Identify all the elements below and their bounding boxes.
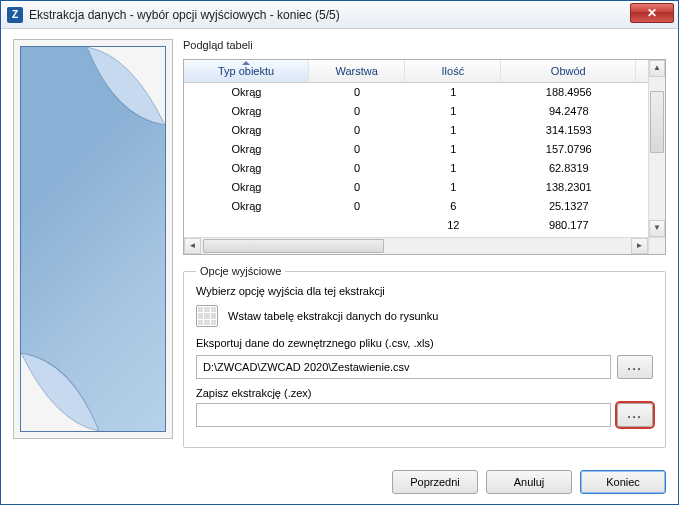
previous-button[interactable]: Poprzedni	[392, 470, 478, 494]
table-cell: Okrąg	[184, 102, 309, 121]
col-header-layer[interactable]: Warstwa	[309, 60, 405, 82]
insert-table-icon[interactable]	[196, 305, 218, 327]
table-cell: 94.2478	[501, 102, 636, 121]
export-path-input[interactable]	[196, 355, 611, 379]
scroll-right-icon[interactable]: ►	[631, 238, 648, 254]
vertical-scrollbar[interactable]: ▲ ▼	[648, 60, 665, 237]
page-fold-bottom-icon	[21, 353, 99, 431]
col-header-count[interactable]: Ilość	[405, 60, 501, 82]
table-cell: 12	[405, 216, 501, 235]
table-header: Typ obiektu Warstwa Ilość Obwód	[184, 60, 665, 83]
close-button[interactable]: ✕	[630, 3, 674, 23]
table-row[interactable]: Okrąg01157.0796	[184, 140, 665, 159]
table-cell: Okrąg	[184, 140, 309, 159]
table-cell: 62.8319	[501, 159, 636, 178]
table-cell: 1	[405, 83, 501, 102]
table-cell: Okrąg	[184, 83, 309, 102]
finish-button[interactable]: Koniec	[580, 470, 666, 494]
zex-path-row: ...	[196, 403, 653, 427]
table-cell: 0	[309, 102, 405, 121]
scroll-down-icon[interactable]: ▼	[649, 220, 665, 237]
table-cell: 1	[405, 140, 501, 159]
table-cell: 1	[405, 102, 501, 121]
preview-image	[20, 46, 166, 432]
choose-output-label: Wybierz opcję wyjścia dla tej ekstrakcji	[196, 285, 653, 297]
table-cell: 1	[405, 178, 501, 197]
table-row[interactable]: 12980.177	[184, 216, 665, 235]
app-icon: Z	[7, 7, 23, 23]
insert-table-label: Wstaw tabelę ekstrakcji danych do rysunk…	[228, 310, 438, 322]
table-cell: 314.1593	[501, 121, 636, 140]
table-caption: Podgląd tabeli	[183, 39, 666, 51]
table-cell: Okrąg	[184, 159, 309, 178]
table-cell: 0	[309, 121, 405, 140]
zex-browse-button[interactable]: ...	[617, 403, 653, 427]
table-cell: Okrąg	[184, 197, 309, 216]
export-file-label: Eksportuj dane do zewnętrznego pliku (.c…	[196, 337, 653, 349]
table-cell: 0	[309, 159, 405, 178]
export-path-row: ...	[196, 355, 653, 379]
page-fold-top-icon	[87, 47, 165, 125]
cancel-button[interactable]: Anuluj	[486, 470, 572, 494]
table-cell	[184, 216, 309, 235]
table-cell: 0	[309, 197, 405, 216]
zex-path-input[interactable]	[196, 403, 611, 427]
table-cell: 1	[405, 159, 501, 178]
table-row[interactable]: Okrąg0162.8319	[184, 159, 665, 178]
table-cell: 0	[309, 140, 405, 159]
table-cell: 0	[309, 178, 405, 197]
table-cell: 157.0796	[501, 140, 636, 159]
table-row[interactable]: Okrąg01188.4956	[184, 83, 665, 102]
vscroll-thumb[interactable]	[650, 91, 664, 153]
output-options-legend: Opcje wyjściowe	[196, 265, 285, 277]
table-cell: 25.1327	[501, 197, 636, 216]
table-row[interactable]: Okrąg01138.2301	[184, 178, 665, 197]
preview-table[interactable]: Typ obiektu Warstwa Ilość Obwód Okrąg011…	[183, 59, 666, 255]
table-row[interactable]: Okrąg01314.1593	[184, 121, 665, 140]
table-cell: 980.177	[501, 216, 636, 235]
save-zex-label: Zapisz ekstrakcję (.zex)	[196, 387, 653, 399]
window-title: Ekstrakcja danych - wybór opcji wyjściow…	[29, 8, 340, 22]
client-area: Podgląd tabeli Typ obiektu Warstwa Ilość…	[1, 29, 678, 464]
col-header-perimeter[interactable]: Obwód	[501, 60, 636, 82]
table-cell: Okrąg	[184, 121, 309, 140]
right-column: Podgląd tabeli Typ obiektu Warstwa Ilość…	[183, 39, 666, 454]
hscroll-thumb[interactable]	[203, 239, 384, 253]
table-cell: 138.2301	[501, 178, 636, 197]
horizontal-scrollbar[interactable]: ◄ ►	[184, 237, 648, 254]
preview-panel	[13, 39, 173, 439]
export-browse-button[interactable]: ...	[617, 355, 653, 379]
col-header-type[interactable]: Typ obiektu	[184, 60, 309, 82]
output-options-group: Opcje wyjściowe Wybierz opcję wyjścia dl…	[183, 265, 666, 448]
dialog-window: Z Ekstrakcja danych - wybór opcji wyjści…	[0, 0, 679, 505]
scroll-up-icon[interactable]: ▲	[649, 60, 665, 77]
table-cell: 6	[405, 197, 501, 216]
insert-table-row: Wstaw tabelę ekstrakcji danych do rysunk…	[196, 305, 653, 327]
vscroll-track[interactable]	[649, 77, 665, 220]
table-row[interactable]: Okrąg0625.1327	[184, 197, 665, 216]
hscroll-track[interactable]	[201, 238, 631, 254]
dialog-buttons: Poprzedni Anuluj Koniec	[1, 464, 678, 504]
titlebar: Z Ekstrakcja danych - wybór opcji wyjści…	[1, 1, 678, 29]
table-body: Okrąg01188.4956Okrąg0194.2478Okrąg01314.…	[184, 83, 665, 254]
table-cell: 0	[309, 83, 405, 102]
table-cell	[309, 216, 405, 235]
table-cell: 1	[405, 121, 501, 140]
scroll-left-icon[interactable]: ◄	[184, 238, 201, 254]
scroll-corner	[648, 237, 665, 254]
table-row[interactable]: Okrąg0194.2478	[184, 102, 665, 121]
table-cell: 188.4956	[501, 83, 636, 102]
table-cell: Okrąg	[184, 178, 309, 197]
